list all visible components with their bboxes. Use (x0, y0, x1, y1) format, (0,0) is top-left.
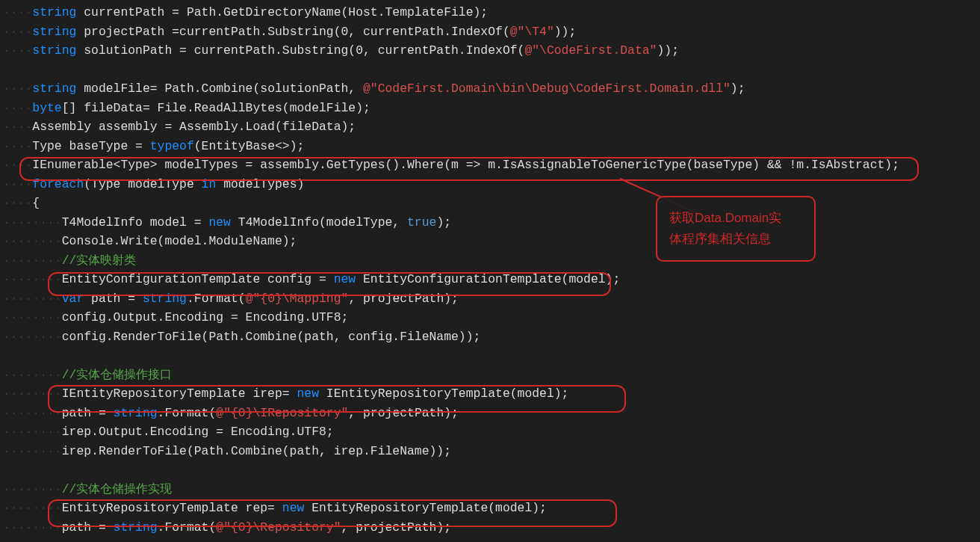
code-line[interactable]: ········IEntityRepositoryTemplate irep= … (3, 384, 980, 404)
code-line[interactable]: ········config.RenderToFile(Path.Combine… (3, 327, 980, 347)
string-literal: @"{0}\Mapping" (246, 292, 349, 306)
whitespace: ···· (3, 120, 32, 134)
code-text: solutionPath = currentPath.Substring(0, … (76, 43, 524, 58)
code-text: T4ModelInfo model = (62, 215, 209, 230)
code-text: irep.RenderToFile(Path.Combine(path, ire… (62, 444, 451, 458)
code-line[interactable]: ········T4ModelInfo model = new T4ModelI… (3, 213, 980, 232)
keyword: string (32, 43, 76, 58)
whitespace: ········ (3, 482, 62, 496)
code-line[interactable]: ········irep.Output.Encoding = Encoding.… (3, 422, 980, 442)
whitespace: ···· (3, 196, 32, 210)
code-text: IEntityRepositoryTemplate irep= (62, 387, 297, 401)
code-text: , projectPath); (348, 406, 459, 420)
code-text: config.RenderToFile(Path.Combine(path, c… (62, 330, 481, 344)
code-text: { (32, 196, 40, 210)
code-text: )); (657, 43, 679, 58)
code-text: ); (731, 81, 745, 96)
code-text: modelFile= Path.Combine(solutionPath, (76, 81, 363, 96)
string-literal: @"{0}\Repository" (216, 520, 341, 535)
whitespace: ········ (3, 425, 62, 439)
whitespace: ···· (3, 81, 32, 96)
code-line[interactable] (3, 61, 980, 80)
code-line[interactable]: ········path = string.Format(@"{0}\IRepo… (3, 404, 980, 423)
code-line[interactable]: ········path = string.Format(@"{0}\Repos… (3, 518, 980, 538)
keyword: string (143, 292, 187, 306)
code-text: EntityRepositoryTemplate(model); (304, 501, 547, 515)
code-line[interactable]: ········//实体仓储操作接口 (3, 366, 980, 385)
keyword: new (208, 215, 231, 230)
code-text: Console.Write(model.ModuleName); (62, 234, 297, 248)
code-line[interactable]: ····{ (3, 194, 980, 213)
code-text: (Type modelType (84, 177, 201, 191)
code-line[interactable] (3, 346, 980, 366)
code-text: (EntityBase<>); (194, 139, 305, 153)
code-line[interactable]: ····IEnumerable<Type> modelTypes = assem… (3, 155, 980, 175)
code-text: EntityConfigurationTemplate(model); (356, 272, 620, 286)
code-line[interactable] (3, 461, 980, 480)
code-editor[interactable]: ····string currentPath = Path.GetDirecto… (0, 0, 980, 537)
code-text: projectPath =currentPath.Substring(0, cu… (76, 25, 509, 39)
code-line[interactable]: ········//实体映射类 (3, 251, 980, 271)
code-text: [] fileData= File.ReadAllBytes(modelFile… (62, 101, 370, 115)
keyword: string (32, 5, 76, 19)
string-literal: @"\T4" (510, 25, 554, 39)
whitespace: ···· (3, 177, 32, 191)
whitespace: ···· (3, 25, 32, 39)
whitespace: ········ (3, 387, 62, 401)
code-line[interactable]: ········irep.RenderToFile(Path.Combine(p… (3, 442, 980, 461)
code-line[interactable]: ····string modelFile= Path.Combine(solut… (3, 79, 980, 99)
code-text: , projectPath); (341, 520, 452, 535)
code-text: modelTypes) (216, 177, 304, 191)
code-line[interactable]: ····Type baseType = typeof(EntityBase<>)… (3, 137, 980, 156)
keyword: string (114, 520, 158, 535)
whitespace: ········ (3, 368, 62, 382)
code-text: config.Output.Encoding = Encoding.UTF8; (62, 310, 349, 324)
whitespace: ········ (3, 215, 62, 230)
whitespace: ········ (3, 292, 62, 306)
comment: //实体仓储操作实现 (62, 482, 173, 496)
string-literal: @"\CodeFirst.Data" (524, 43, 657, 58)
keyword: in (202, 177, 217, 191)
string-literal: @"{0}\IRepository" (216, 406, 348, 420)
code-text: irep.Output.Encoding = Encoding.UTF8; (62, 425, 334, 439)
code-text: .Format( (187, 292, 246, 306)
whitespace: ···· (3, 5, 32, 19)
code-text: currentPath = Path.GetDirectoryName(Host… (76, 5, 488, 19)
code-line[interactable]: ········Console.Write(model.ModuleName); (3, 232, 980, 251)
code-line[interactable]: ········EntityRepositoryTemplate rep= ne… (3, 499, 980, 518)
code-text: .Format( (158, 520, 217, 535)
code-text: )); (554, 25, 577, 39)
whitespace: ········ (3, 520, 62, 535)
whitespace: ···· (3, 139, 32, 153)
code-line[interactable]: ········//实体仓储操作实现 (3, 480, 980, 499)
whitespace: ········ (3, 501, 62, 515)
code-line[interactable]: ····byte[] fileData= File.ReadAllBytes(m… (3, 99, 980, 118)
code-line[interactable]: ····Assembly assembly = Assembly.Load(fi… (3, 117, 980, 137)
code-line[interactable]: ····string currentPath = Path.GetDirecto… (3, 3, 980, 22)
whitespace: ········ (3, 444, 62, 458)
code-text: IEnumerable<Type> modelTypes = assembly.… (32, 158, 899, 172)
whitespace: ···· (3, 158, 32, 172)
keyword: string (32, 25, 76, 39)
code-line[interactable]: ········EntityConfigurationTemplate conf… (3, 270, 980, 289)
keyword: new (282, 501, 305, 515)
code-text: EntityRepositoryTemplate rep= (62, 501, 282, 515)
keyword: new (334, 272, 356, 286)
whitespace: ········ (3, 310, 62, 324)
code-text: EntityConfigurationTemplate config = (62, 272, 334, 286)
code-text: , projectPath); (348, 292, 459, 306)
code-text: path = (84, 292, 143, 306)
keyword: foreach (32, 177, 84, 191)
code-line[interactable]: ····string projectPath =currentPath.Subs… (3, 22, 980, 42)
keyword: byte (32, 101, 61, 115)
keyword: string (32, 81, 76, 96)
code-line[interactable]: ····string solutionPath = currentPath.Su… (3, 41, 980, 61)
whitespace: ···· (3, 101, 32, 115)
keyword: true (407, 215, 436, 230)
whitespace: ········ (3, 272, 62, 286)
code-text: path = (62, 406, 114, 420)
code-line[interactable]: ····foreach(Type modelType in modelTypes… (3, 175, 980, 194)
comment: //实体映射类 (62, 253, 137, 268)
code-line[interactable]: ········var path = string.Format(@"{0}\M… (3, 289, 980, 309)
code-line[interactable]: ········config.Output.Encoding = Encodin… (3, 308, 980, 327)
